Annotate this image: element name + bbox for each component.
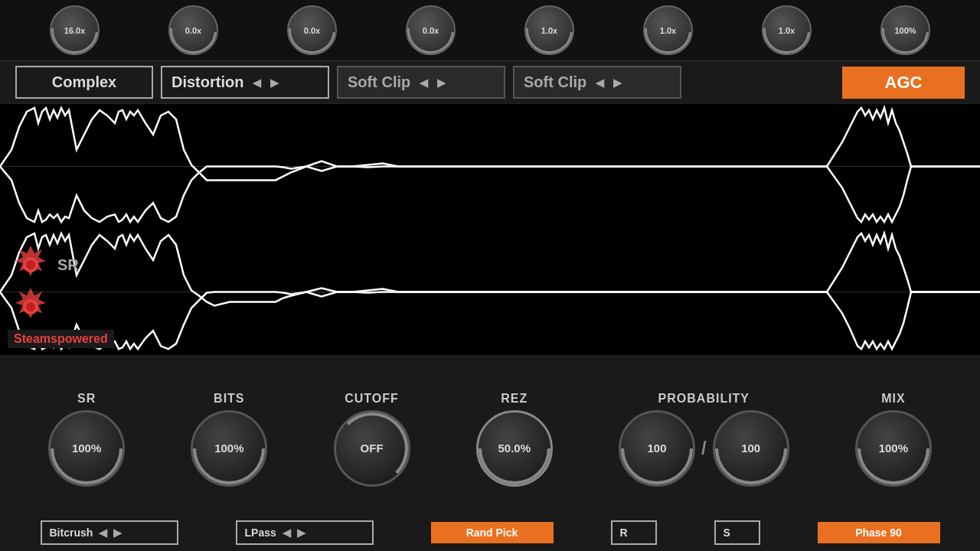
mix-knob[interactable]: 100% [855, 410, 932, 487]
knob-container-1: 0.0x [168, 5, 218, 55]
rand-pick-button[interactable]: Rand Pick [431, 522, 554, 543]
lowpass-right-arrow[interactable]: ▶ [297, 527, 305, 539]
bits-label: BITS [214, 392, 244, 406]
waveform-display [0, 103, 980, 356]
phase-button[interactable]: Phase 90 [818, 522, 940, 543]
distortion-left-arrow[interactable]: ◀ [253, 77, 261, 89]
probability-group: 100 / 100 [619, 410, 789, 487]
controls-row: Complex Distortion ◀ ▶ Soft Clip ◀ ▶ Sof… [0, 61, 980, 103]
knob-value-1: 0.0x [185, 26, 201, 35]
softclip1-left-arrow[interactable]: ◀ [420, 77, 428, 89]
sr-label: SR [57, 256, 79, 274]
cutoff-label: CUTOFF [345, 392, 399, 406]
softclip1-right-arrow[interactable]: ▶ [437, 77, 446, 89]
gear-icon-2 [8, 284, 54, 330]
top-knobs-row: 16.0x 0.0x 0.0x 0.0x 1.0x 1.0x 1.0x 100% [0, 0, 980, 61]
sr-unit: SR 100% [48, 392, 125, 487]
softclip2-right-arrow[interactable]: ▶ [613, 77, 622, 89]
rez-value: 50.0% [498, 442, 531, 455]
bits-knob[interactable]: 100% [191, 410, 267, 487]
gear-icon [8, 242, 54, 288]
knob-container-7: 100% [880, 5, 930, 55]
knob-6[interactable]: 1.0x [762, 5, 812, 55]
sr-knob[interactable]: 100% [48, 410, 125, 487]
bottom-buttons-row: Bitcrush ◀ ▶ LPass ◀ ▶ Rand Pick R S Pha… [0, 514, 980, 551]
cutoff-knob[interactable]: OFF [334, 410, 410, 487]
bits-value: 100% [214, 442, 243, 455]
rez-knob[interactable]: 50.0% [476, 410, 553, 487]
knob-value-6: 1.0x [779, 26, 795, 35]
bottom-section: SR 100% BITS 100% CUTOFF OFF REZ 50.0% [0, 356, 980, 551]
softclip2-label: Soft Clip [524, 73, 586, 91]
logo-area: SR Steamspowered [0, 234, 122, 356]
bitcrush-right-arrow[interactable]: ▶ [113, 527, 122, 539]
svg-rect-0 [0, 104, 980, 355]
knob-2[interactable]: 0.0x [287, 5, 337, 55]
softclip2-button[interactable]: Soft Clip ◀ ▶ [513, 66, 681, 99]
knob-7[interactable]: 100% [880, 5, 930, 55]
lowpass-button[interactable]: LPass ◀ ▶ [236, 520, 374, 545]
mix-value: 100% [879, 442, 908, 455]
knob-container-2: 0.0x [287, 5, 337, 55]
knob-container-5: 1.0x [643, 5, 693, 55]
lowpass-left-arrow[interactable]: ◀ [283, 527, 291, 539]
bitcrush-button[interactable]: Bitcrush ◀ ▶ [41, 520, 178, 545]
softclip2-left-arrow[interactable]: ◀ [596, 77, 604, 89]
prob1-value: 100 [647, 442, 666, 455]
knob-container-6: 1.0x [762, 5, 812, 55]
r-button[interactable]: R [611, 520, 657, 545]
prob2-value: 100 [741, 442, 760, 455]
complex-button[interactable]: Complex [15, 66, 153, 99]
rez-label: REZ [501, 392, 528, 406]
knob-value-0: 16.0x [64, 26, 86, 35]
knob-value-5: 1.0x [660, 26, 676, 35]
knob-5[interactable]: 1.0x [643, 5, 693, 55]
bitcrush-left-arrow[interactable]: ◀ [99, 527, 107, 539]
knob-container-4: 1.0x [524, 5, 574, 55]
prob2-knob[interactable]: 100 [713, 410, 789, 487]
knob-value-2: 0.0x [304, 26, 320, 35]
softclip1-label: Soft Clip [348, 73, 410, 91]
probability-unit: PROBABILITY 100 / 100 [619, 392, 789, 487]
knob-0[interactable]: 16.0x [50, 5, 100, 55]
probability-label: PROBABILITY [658, 392, 750, 406]
knob-4[interactable]: 1.0x [524, 5, 574, 55]
slash-divider: / [701, 438, 707, 459]
s-button[interactable]: S [714, 520, 760, 545]
knob-value-3: 0.0x [423, 26, 439, 35]
cutoff-value: OFF [361, 442, 384, 455]
knob-3[interactable]: 0.0x [406, 5, 456, 55]
bottom-knobs-row: SR 100% BITS 100% CUTOFF OFF REZ 50.0% [0, 356, 980, 514]
agc-button[interactable]: AGC [842, 67, 965, 99]
knob-value-7: 100% [894, 26, 916, 35]
knob-value-4: 1.0x [541, 26, 557, 35]
distortion-label: Distortion [172, 73, 243, 91]
softclip1-button[interactable]: Soft Clip ◀ ▶ [337, 66, 505, 99]
distortion-right-arrow[interactable]: ▶ [270, 77, 279, 89]
sr-value: 100% [72, 442, 101, 455]
svg-point-4 [26, 260, 35, 269]
rez-unit: REZ 50.0% [476, 392, 553, 487]
mix-label: MIX [881, 392, 905, 406]
svg-point-6 [26, 302, 35, 311]
bitcrush-label: Bitcrush [50, 527, 93, 539]
knob-container-3: 0.0x [406, 5, 456, 55]
mix-unit: MIX 100% [855, 392, 932, 487]
distortion-button[interactable]: Distortion ◀ ▶ [161, 66, 329, 99]
bits-unit: BITS 100% [191, 392, 267, 487]
steamspowered-label: Steamspowered [14, 332, 108, 345]
prob1-knob[interactable]: 100 [619, 410, 695, 487]
sr-label-bottom: SR [77, 392, 96, 406]
cutoff-unit: CUTOFF OFF [334, 392, 410, 487]
knob-1[interactable]: 0.0x [168, 5, 218, 55]
lowpass-label: LPass [245, 527, 276, 539]
knob-container-0: 16.0x [50, 5, 100, 55]
